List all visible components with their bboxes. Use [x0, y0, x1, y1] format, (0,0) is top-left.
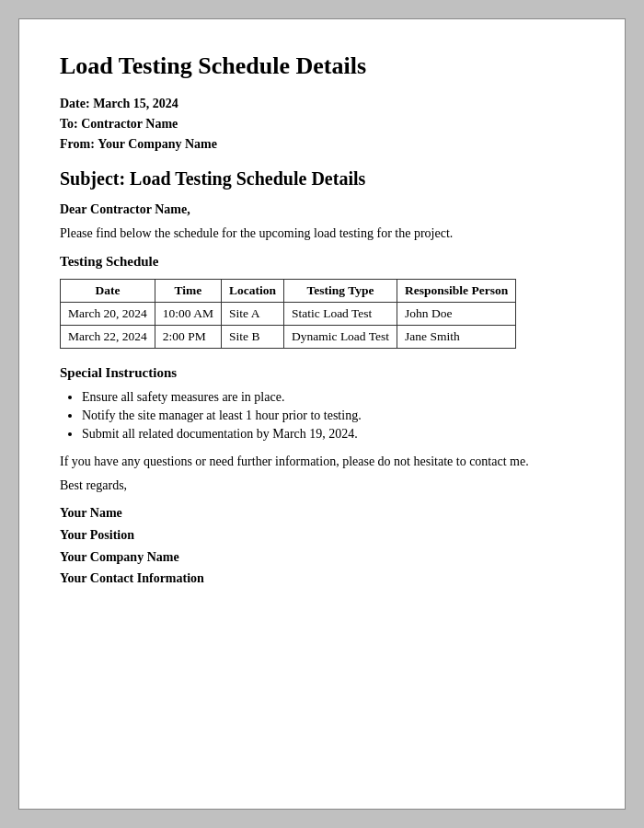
subject-heading: Subject: Load Testing Schedule Details — [60, 168, 584, 190]
dear-text: Dear — [60, 202, 87, 216]
col-responsible-person: Responsible Person — [397, 280, 516, 303]
to-value: Contractor Name — [81, 117, 178, 131]
table-header-row: Date Time Location Testing Type Responsi… — [61, 280, 516, 303]
from-line: From: Your Company Name — [60, 137, 584, 152]
main-title: Load Testing Schedule Details — [60, 52, 584, 80]
list-item: Notify the site manager at least 1 hour … — [82, 408, 584, 423]
closing-para: If you have any questions or need furthe… — [60, 454, 584, 469]
signature-company: Your Company Name — [60, 546, 584, 569]
cell-testing-type: Dynamic Load Test — [284, 326, 397, 349]
cell-date: March 22, 2024 — [61, 326, 155, 349]
subject-prefix: Subject: — [60, 168, 125, 189]
special-instructions-heading: Special Instructions — [60, 365, 584, 381]
document-page: Load Testing Schedule Details Date: Marc… — [18, 18, 626, 810]
cell-time: 2:00 PM — [155, 326, 221, 349]
list-item: Submit all related documentation by Marc… — [82, 427, 584, 442]
table-row: March 20, 202410:00 AMSite AStatic Load … — [61, 303, 516, 326]
salutation-name: Contractor Name — [90, 202, 187, 216]
cell-time: 10:00 AM — [155, 303, 221, 326]
signature-position: Your Position — [60, 524, 584, 546]
col-location: Location — [222, 280, 284, 303]
schedule-heading: Testing Schedule — [60, 254, 584, 270]
cell-location: Site B — [222, 326, 284, 349]
to-line: To: Contractor Name — [60, 117, 584, 132]
special-instructions-list: Ensure all safety measures are in place.… — [82, 390, 584, 442]
cell-date: March 20, 2024 — [61, 303, 155, 326]
regards: Best regards, — [60, 478, 584, 493]
list-item: Ensure all safety measures are in place. — [82, 390, 584, 405]
body-intro: Please find below the schedule for the u… — [60, 226, 584, 241]
cell-testing-type: Static Load Test — [284, 303, 397, 326]
cell-location: Site A — [222, 303, 284, 326]
table-row: March 22, 20242:00 PMSite BDynamic Load … — [61, 326, 516, 349]
cell-responsible-person: Jane Smith — [397, 326, 516, 349]
from-value: Your Company Name — [98, 137, 217, 151]
salutation-comma: , — [187, 202, 190, 216]
col-time: Time — [155, 280, 221, 303]
col-date: Date — [61, 280, 155, 303]
subject-title: Load Testing Schedule Details — [130, 168, 365, 189]
from-label: From: — [60, 137, 95, 151]
col-testing-type: Testing Type — [284, 280, 397, 303]
signature-block: Your Name Your Position Your Company Nam… — [60, 502, 584, 590]
date-line: Date: March 15, 2024 — [60, 97, 584, 111]
date-label: Date: — [60, 97, 90, 110]
to-label: To: — [60, 117, 78, 131]
signature-name: Your Name — [60, 502, 584, 524]
schedule-table: Date Time Location Testing Type Responsi… — [60, 279, 516, 349]
signature-contact: Your Contact Information — [60, 568, 584, 590]
salutation: Dear Contractor Name, — [60, 202, 584, 217]
cell-responsible-person: John Doe — [397, 303, 516, 326]
date-value: March 15, 2024 — [93, 97, 178, 110]
